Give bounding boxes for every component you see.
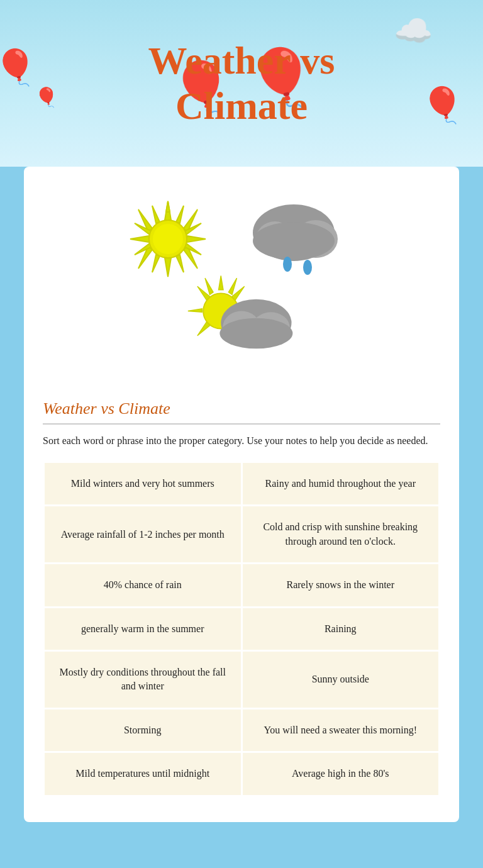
svg-marker-15 (152, 255, 160, 272)
balloon-icon-1: 🎈 (0, 50, 37, 85)
grid-cell: Sunny outside (242, 650, 440, 708)
grid-cell: Raining (242, 607, 440, 650)
partly-cloudy-icon (179, 270, 304, 364)
svg-marker-3 (187, 236, 206, 242)
section-header: Weather vs Climate (43, 399, 440, 425)
balloon-icon-5: 🎈 (421, 88, 464, 123)
grid-cell: Mild winters and very hot summers (44, 462, 242, 506)
balloon-icon-2: 🎈 (35, 88, 58, 107)
cloud-icon: ☁️ (394, 13, 433, 49)
svg-marker-10 (176, 206, 184, 223)
svg-marker-31 (205, 278, 213, 294)
svg-point-18 (153, 224, 183, 254)
page-title: Weather vs Climate (148, 38, 335, 128)
sorting-grid: Mild winters and very hot summersRainy a… (43, 461, 440, 797)
svg-point-22 (253, 222, 335, 260)
svg-point-37 (219, 318, 292, 349)
header-section: 🎈 🎈 🎈 🎈 🎈 ☁️ Weather vs Climate (0, 0, 483, 167)
svg-marker-32 (228, 278, 236, 294)
grid-cell: Average rainfall of 1-2 inches per month (44, 506, 242, 564)
section-title: Weather vs Climate (43, 399, 440, 418)
grid-cell: Storming (44, 708, 242, 752)
grid-cell: 40% chance of rain (44, 564, 242, 607)
grid-cell: Cold and crisp with sunshine breaking th… (242, 506, 440, 564)
grid-cell: generally warm in the summer (44, 607, 242, 650)
grid-cell: Average high in the 80's (242, 752, 440, 796)
grid-cell: Rainy and humid throughout the year (242, 462, 440, 506)
svg-marker-25 (219, 275, 223, 289)
grid-cell: Rarely snows in the winter (242, 564, 440, 607)
instructions-text: Sort each word or phrase into the proper… (43, 433, 440, 448)
illustration-area (43, 186, 440, 381)
main-card: Weather vs Climate Sort each word or phr… (24, 167, 459, 822)
grid-cell: Mostly dry conditions throughout the fal… (44, 650, 242, 708)
svg-marker-27 (188, 309, 202, 313)
grid-cell: You will need a sweater this morning! (242, 708, 440, 752)
svg-marker-9 (152, 206, 160, 223)
svg-marker-2 (130, 236, 149, 242)
svg-marker-1 (165, 258, 171, 277)
grid-cell: Mild temperatures until midnight (44, 752, 242, 796)
svg-marker-8 (166, 201, 170, 212)
